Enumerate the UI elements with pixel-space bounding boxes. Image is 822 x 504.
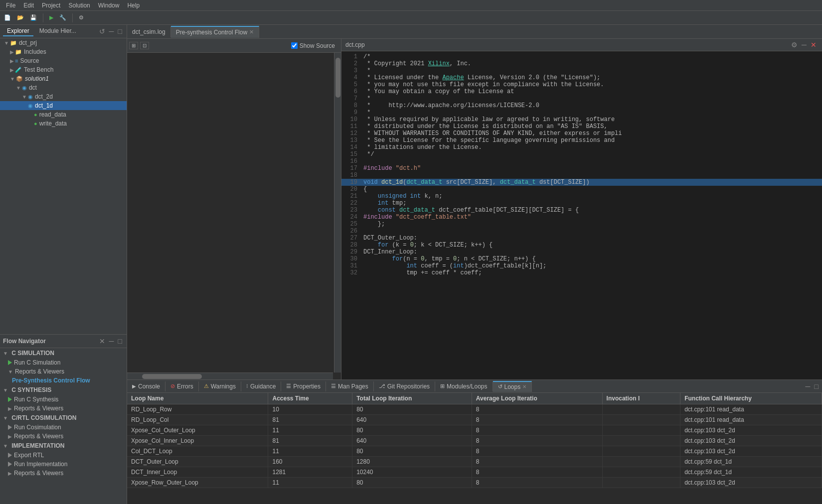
tree-item-dct[interactable]: ▼ ◉ dct [0, 83, 127, 92]
pre-synthesis-cf-item[interactable]: Pre-Synthesis Control Flow [0, 376, 127, 385]
diagram-fit-btn[interactable]: ⊞ [129, 42, 138, 49]
code-content[interactable]: 1/* 2 * Copyright 2021 Xilinx, Inc. 3 * … [341, 51, 822, 379]
tab-pre-synthesis-cf[interactable]: Pre-synthesis Control Flow ✕ [171, 26, 259, 38]
flow-nav-close-btn[interactable]: ✕ [98, 337, 107, 346]
reports-viewers-syn-item[interactable]: ▶ Reports & Viewers [0, 404, 127, 413]
code-line-2: 2 * Copyright 2021 Xilinx, Inc. [341, 60, 822, 67]
table-row[interactable]: Xpose_Row_Outer_Loop11808dct.cpp:103 dct… [127, 478, 822, 488]
flow-nav-minimize-btn[interactable]: ─ [108, 337, 116, 346]
toolbar-save[interactable]: 💾 [28, 13, 39, 22]
bottom-tab-modules-loops-label: Modules/Loops [447, 383, 487, 390]
code-close-btn[interactable]: ✕ [809, 40, 818, 49]
code-minimize-btn[interactable]: ─ [800, 40, 808, 49]
bottom-panel-maximize-btn[interactable]: □ [813, 382, 820, 391]
cell-6-3: 8 [472, 467, 602, 478]
code-settings-btn[interactable]: ⚙ [790, 40, 799, 49]
run-impl-item[interactable]: Run Implementation [0, 460, 127, 469]
cell-7-2: 80 [352, 478, 472, 488]
show-source-checkbox[interactable] [291, 42, 298, 49]
bottom-tab-man-pages[interactable]: ☰ Man Pages [326, 381, 374, 391]
bottom-tab-loops-close[interactable]: ✕ [522, 384, 526, 389]
menu-project[interactable]: Project [38, 1, 64, 10]
explorer-refresh-btn[interactable]: ↺ [98, 27, 107, 36]
tab-pre-synthesis-cf-close[interactable]: ✕ [249, 29, 254, 35]
tree-item-dct_1d[interactable]: ◉ dct_1d [0, 101, 127, 110]
col-loop-name[interactable]: Loop Name [127, 393, 268, 404]
section-c-simulation[interactable]: ▼ C SIMULATION [0, 348, 127, 358]
bottom-tab-properties[interactable]: ☰ Properties [281, 381, 326, 391]
tabs-bar: dct_csim.log Pre-synthesis Control Flow … [127, 25, 822, 39]
bottom-tab-warnings[interactable]: ⚠ Warnings [199, 381, 241, 391]
diagram-zoom-btn[interactable]: ⊡ [140, 42, 149, 49]
menu-solution[interactable]: Solution [64, 1, 94, 10]
reports-viewers-csim-item[interactable]: ▼ Reports & Viewers [0, 367, 127, 376]
menu-edit[interactable]: Edit [19, 1, 38, 10]
explorer-maximize-btn[interactable]: □ [117, 27, 124, 36]
menu-help[interactable]: Help [123, 1, 144, 10]
menu-file[interactable]: File [2, 1, 19, 10]
table-row[interactable]: DCT_Inner_Loop1281102408dct.cpp:59 dct_1… [127, 467, 822, 478]
section-crtl-cosim[interactable]: ▼ C/RTL COSIMULATION [0, 413, 127, 423]
table-row[interactable]: Xpose_Col_Inner_Loop816408dct.cpp:103 dc… [127, 436, 822, 446]
bottom-tab-errors[interactable]: ⊘ Errors [165, 381, 199, 391]
col-total-iterations[interactable]: Total Loop Iteration [352, 393, 472, 404]
code-line-32: 32 tmp += coeff * coeff; [341, 269, 822, 276]
show-source-checkbox-container[interactable]: Show Source [291, 42, 335, 49]
bottom-tab-modules-loops[interactable]: ⊞ Modules/Loops [435, 381, 493, 391]
play-icon-run-c-syn [8, 397, 12, 402]
section-implementation-label: IMPLEMENTATION [11, 442, 64, 449]
tree-item-source[interactable]: ▶ ≡ Source [0, 56, 127, 65]
table-row[interactable]: RD_Loop_Row10808dct.cpp:101 read_data [127, 404, 822, 415]
tree-item-testbench[interactable]: ▶ 🧪 Test Bench [0, 65, 127, 74]
diagram-scrollbar-h[interactable] [127, 373, 333, 379]
func-icon-read_data: ● [34, 112, 37, 118]
loops-table: Loop Name Access Time Total Loop Iterati… [127, 393, 822, 488]
run-cosim-item[interactable]: Run Cosimulation [0, 423, 127, 432]
table-row[interactable]: RD_Loop_Col816408dct.cpp:101 read_data [127, 415, 822, 425]
col-function-call[interactable]: Function Call Hierarchy [680, 393, 822, 404]
tree-item-dct_prj[interactable]: ▼ 📁 dct_prj [0, 38, 127, 47]
tab-dct-csim-log[interactable]: dct_csim.log [127, 26, 171, 37]
reports-viewers-cosim-item[interactable]: ▶ Reports & Viewers [0, 432, 127, 441]
tab-explorer[interactable]: Explorer [3, 26, 33, 36]
table-row[interactable]: Col_DCT_Loop11808dct.cpp:103 dct_2d [127, 446, 822, 457]
reports-viewers-csim-label: Reports & Viewers [15, 368, 64, 375]
bottom-tab-console[interactable]: ▶ Console [127, 381, 165, 391]
label-write_data: write_data [39, 120, 67, 127]
tree-item-write_data[interactable]: ● write_data [0, 119, 127, 128]
diagram-hscrollbar-thumb[interactable] [142, 374, 202, 379]
bottom-panel-minimize-btn[interactable]: ─ [804, 382, 812, 391]
run-c-simulation-item[interactable]: Run C Simulation [0, 358, 127, 367]
col-avg-iterations[interactable]: Average Loop Iteratio [472, 393, 602, 404]
diagram-scrollbar-v[interactable] [334, 53, 341, 373]
toolbar-run[interactable]: ▶ [47, 13, 55, 22]
toolbar-new[interactable]: 📄 [2, 13, 13, 22]
bottom-tab-guidance[interactable]: ⁝ Guidance [241, 381, 281, 391]
toolbar-open[interactable]: 📂 [15, 13, 26, 22]
tree-item-solution1[interactable]: ▼ 📦 solution1 [0, 74, 127, 83]
menu-window[interactable]: Window [94, 1, 124, 10]
reports-viewers-impl-item[interactable]: ▶ Reports & Viewers [0, 469, 127, 478]
chevron-reports-cosim: ▶ [8, 434, 12, 439]
toolbar-debug[interactable]: 🔧 [57, 13, 68, 22]
col-invocation[interactable]: Invocation I [602, 393, 680, 404]
export-rtl-item[interactable]: Export RTL [0, 451, 127, 460]
code-line-13: 13 * See the License for the specific la… [341, 137, 822, 144]
table-row[interactable]: Xpose_Col_Outer_Loop11808dct.cpp:103 dct… [127, 425, 822, 436]
bottom-tab-loops[interactable]: ↺ Loops ✕ [493, 381, 532, 392]
explorer-minimize-btn[interactable]: ─ [108, 27, 116, 36]
tree-item-read_data[interactable]: ● read_data [0, 110, 127, 119]
run-c-synthesis-item[interactable]: Run C Synthesis [0, 395, 127, 404]
tree-item-dct_2d[interactable]: ▼ ◉ dct_2d [0, 92, 127, 101]
tree-item-includes[interactable]: ▶ 📁 Includes [0, 47, 127, 56]
table-row[interactable]: DCT_Outer_Loop16012808dct.cpp:59 dct_1d [127, 457, 822, 467]
flow-nav-controls: ✕ ─ □ [98, 337, 124, 346]
col-access-time[interactable]: Access Time [268, 393, 352, 404]
tab-module-hier[interactable]: Module Hier... [35, 26, 80, 36]
section-c-synthesis[interactable]: ▼ C SYNTHESIS [0, 385, 127, 395]
toolbar-settings[interactable]: ⚙ [77, 13, 86, 22]
section-implementation[interactable]: ▼ IMPLEMENTATION [0, 441, 127, 451]
diagram-vscrollbar-thumb[interactable] [335, 58, 340, 98]
flow-nav-maximize-btn[interactable]: □ [117, 337, 124, 346]
bottom-tab-git-repos[interactable]: ⎇ Git Repositories [374, 381, 435, 391]
